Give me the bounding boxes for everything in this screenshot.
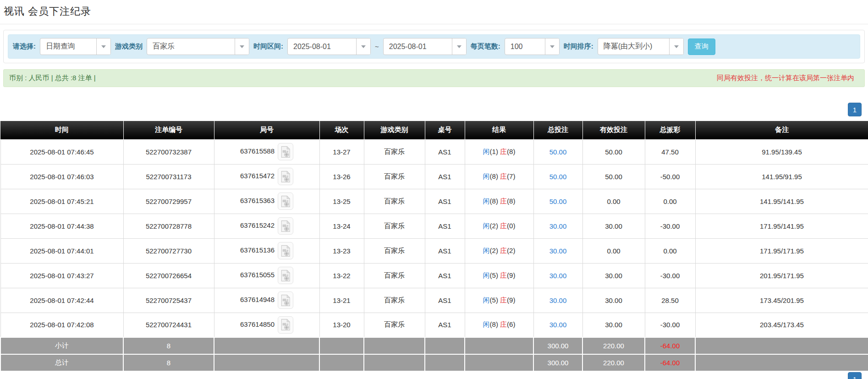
player-label: 闲 — [483, 148, 490, 155]
search-button[interactable]: 查询 — [688, 38, 715, 55]
video-replay-icon[interactable] — [278, 143, 293, 160]
player-count: (2) — [490, 247, 498, 254]
table-row: 2025-08-01 07:43:27 522700726654 6376150… — [0, 263, 868, 288]
table-no: AS1 — [425, 164, 465, 189]
result-cell: 闲(8) 庄(7) — [465, 164, 533, 189]
video-replay-icon[interactable] — [278, 242, 293, 259]
chevron-down-icon[interactable] — [545, 38, 559, 55]
video-replay-icon[interactable] — [278, 217, 293, 235]
total-bet-link[interactable]: 50.00 — [549, 148, 567, 156]
bet-time: 2025-08-01 07:43:27 — [0, 263, 123, 288]
total-row: 总计 8 300.00 220.00 -64.00 — [0, 354, 868, 371]
subtotal-payout: -64.00 — [645, 337, 695, 354]
col-bet-id: 注单编号 — [123, 121, 214, 139]
round-id: 637614850 — [240, 320, 275, 328]
col-session: 场次 — [319, 121, 364, 139]
col-payout: 总派彩 — [645, 121, 695, 139]
total-bet-link[interactable]: 30.00 — [549, 321, 567, 329]
banker-label: 庄 — [500, 172, 507, 180]
table-row: 2025-08-01 07:44:01 522700727730 6376151… — [0, 238, 868, 263]
payout: -30.00 — [645, 263, 695, 288]
banker-label: 庄 — [500, 148, 507, 155]
chevron-down-icon[interactable] — [96, 38, 110, 55]
bet-records-table: 时间 注单编号 局号 场次 游戏类别 桌号 结果 总投注 有效投注 总派彩 备注… — [0, 121, 868, 372]
date-to-value: 2025-08-01 — [384, 38, 452, 55]
session-no: 13-22 — [319, 263, 364, 288]
page-title: 视讯 会员下注纪录 — [4, 5, 864, 18]
round-id: 637615363 — [240, 197, 275, 204]
page: 视讯 会员下注纪录 请选择: 日期查询 游戏类别 百家乐 时间区间: 2025-… — [0, 0, 868, 379]
session-no: 13-20 — [319, 313, 364, 337]
game-category: 百家乐 — [364, 139, 425, 164]
total-valid-bet: 220.00 — [582, 354, 645, 371]
total-bet-link[interactable]: 30.00 — [549, 297, 567, 304]
subtotal-row: 小计 8 300.00 220.00 -64.00 — [0, 337, 868, 354]
table-no: AS1 — [425, 313, 465, 337]
game-category: 百家乐 — [364, 238, 425, 263]
table-row: 2025-08-01 07:46:03 522700731173 6376154… — [0, 164, 868, 189]
pagination-bottom: 1 — [848, 372, 862, 379]
total-bet-link[interactable]: 30.00 — [549, 272, 567, 280]
remark: 171.95/171.95 — [695, 238, 868, 263]
payout: -30.00 — [645, 214, 695, 238]
col-result: 结果 — [465, 121, 533, 139]
page-1-button[interactable]: 1 — [848, 103, 862, 116]
payout: 0.00 — [645, 189, 695, 214]
game-category: 百家乐 — [364, 313, 425, 337]
total-bet-link[interactable]: 30.00 — [549, 247, 567, 255]
payout: -50.00 — [645, 164, 695, 189]
valid-bet: 0.00 — [582, 189, 645, 214]
chevron-down-icon[interactable] — [669, 38, 683, 55]
session-no: 13-26 — [319, 164, 364, 189]
player-count: (1) — [490, 148, 498, 155]
video-replay-icon[interactable] — [278, 192, 293, 210]
table-no: AS1 — [425, 288, 465, 313]
table-row: 2025-08-01 07:42:44 522700725437 6376149… — [0, 288, 868, 313]
page-size-select[interactable]: 100 — [505, 38, 560, 55]
video-replay-icon[interactable] — [278, 316, 293, 334]
page-1-button[interactable]: 1 — [848, 372, 862, 379]
result-cell: 闲(2) 庄(0) — [465, 214, 533, 238]
bet-id: 522700729957 — [123, 189, 214, 214]
banker-count: (8) — [507, 148, 515, 155]
query-type-select[interactable]: 日期查询 — [40, 38, 111, 55]
round-cell: 637615472 — [214, 164, 319, 189]
valid-bet: 50.00 — [582, 139, 645, 164]
date-to-select[interactable]: 2025-08-01 — [383, 38, 467, 55]
player-count: (8) — [490, 320, 498, 328]
total-payout: -64.00 — [645, 354, 695, 371]
game-category-select[interactable]: 百家乐 — [147, 38, 249, 55]
total-bet-link[interactable]: 50.00 — [549, 173, 567, 181]
payout: 28.50 — [645, 288, 695, 313]
game-category: 百家乐 — [364, 214, 425, 238]
video-replay-icon[interactable] — [278, 168, 293, 185]
remark: 203.45/173.45 — [695, 313, 868, 337]
payout: -30.00 — [645, 313, 695, 337]
result-cell: 闲(1) 庄(8) — [465, 139, 533, 164]
bet-time: 2025-08-01 07:42:44 — [0, 288, 123, 313]
round-id: 637615588 — [240, 147, 275, 155]
bet-time: 2025-08-01 07:44:38 — [0, 214, 123, 238]
player-label: 闲 — [483, 247, 490, 254]
chevron-down-icon[interactable] — [452, 38, 466, 55]
banker-count: (9) — [507, 271, 515, 279]
chevron-down-icon[interactable] — [356, 38, 370, 55]
table-no: AS1 — [425, 263, 465, 288]
col-remark: 备注 — [695, 121, 868, 139]
video-replay-icon[interactable] — [278, 267, 293, 284]
round-cell: 637615136 — [214, 238, 319, 263]
date-from-select[interactable]: 2025-08-01 — [287, 38, 371, 55]
total-bet-link[interactable]: 30.00 — [549, 222, 567, 230]
valid-bet: 30.00 — [582, 313, 645, 337]
player-count: (8) — [490, 197, 498, 205]
table-row: 2025-08-01 07:44:38 522700728778 6376152… — [0, 214, 868, 238]
chevron-down-icon[interactable] — [235, 38, 249, 55]
time-sort-select[interactable]: 降冪(由大到小) — [598, 38, 684, 55]
table-body: 2025-08-01 07:46:45 522700732387 6376155… — [0, 139, 868, 337]
total-bet-link[interactable]: 50.00 — [549, 198, 567, 205]
valid-bet: 30.00 — [582, 263, 645, 288]
video-replay-icon[interactable] — [278, 291, 293, 309]
result-cell: 闲(8) 庄(6) — [465, 313, 533, 337]
subtotal-count: 8 — [123, 337, 214, 354]
round-id: 637615055 — [240, 271, 275, 279]
